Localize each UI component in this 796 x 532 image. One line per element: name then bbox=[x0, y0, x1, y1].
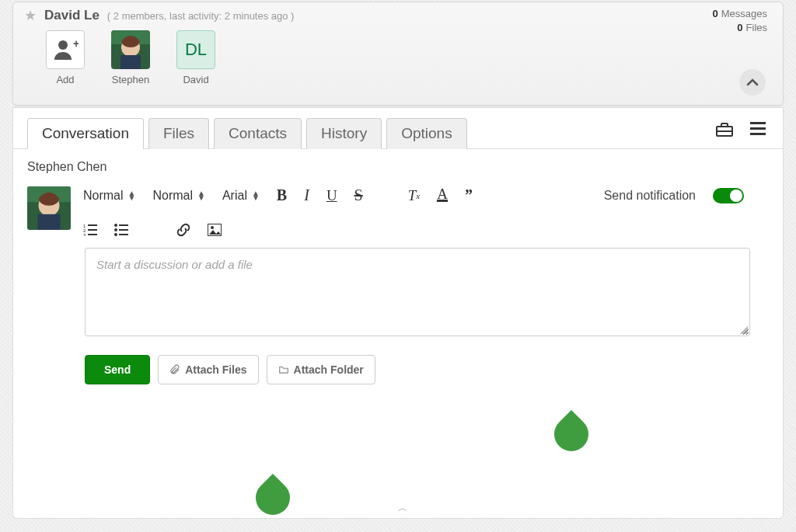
svg-rect-21 bbox=[88, 234, 97, 235]
conversation-meta: ( 2 members, last activity: 2 minutes ag… bbox=[107, 10, 295, 22]
svg-point-0 bbox=[58, 40, 68, 50]
blockquote-button[interactable]: ” bbox=[465, 186, 473, 204]
attach-folder-label: Attach Folder bbox=[294, 363, 364, 376]
member-stephen[interactable]: Stephen bbox=[108, 30, 153, 85]
conversation-title: David Le bbox=[44, 8, 100, 23]
link-button[interactable] bbox=[176, 223, 190, 237]
collapse-button[interactable] bbox=[739, 69, 766, 96]
svg-rect-23 bbox=[119, 224, 128, 226]
svg-rect-15 bbox=[37, 214, 60, 230]
conversation-pane: Conversation Files Contacts History Opti… bbox=[12, 107, 784, 519]
unordered-list-button[interactable] bbox=[114, 224, 128, 236]
clear-format-button[interactable]: Tx bbox=[408, 187, 420, 204]
svg-point-29 bbox=[211, 226, 214, 229]
svg-text:3: 3 bbox=[83, 233, 86, 236]
tab-history[interactable]: History bbox=[306, 118, 382, 149]
chevron-up-icon bbox=[746, 76, 759, 89]
send-button[interactable]: Send bbox=[85, 355, 150, 384]
tab-options[interactable]: Options bbox=[386, 118, 466, 149]
member-david[interactable]: DL David bbox=[173, 30, 218, 85]
editor-toolbar: Normal▲▼ Normal▲▼ Arial▲▼ B I U S Tx A ”… bbox=[83, 186, 744, 237]
composer-author: Stephen Chen bbox=[27, 160, 783, 174]
files-count: 0 bbox=[737, 22, 742, 33]
send-notification-label: Send notification bbox=[604, 189, 696, 203]
menu-icon[interactable] bbox=[750, 122, 766, 141]
composer-avatar bbox=[27, 186, 71, 230]
heading-select[interactable]: Normal▲▼ bbox=[152, 189, 204, 203]
svg-rect-11 bbox=[750, 133, 766, 135]
svg-point-26 bbox=[114, 233, 117, 236]
send-notification-toggle[interactable] bbox=[713, 188, 744, 203]
font-size-select[interactable]: Normal▲▼ bbox=[83, 189, 135, 203]
expand-caret-icon[interactable]: ︿ bbox=[398, 502, 407, 515]
paperclip-icon bbox=[169, 364, 180, 375]
text-color-button[interactable]: A bbox=[437, 189, 448, 202]
svg-rect-5 bbox=[120, 55, 141, 69]
svg-point-24 bbox=[114, 228, 117, 231]
svg-rect-10 bbox=[750, 127, 766, 130]
conversation-stats: 0Messages 0Files bbox=[713, 7, 767, 35]
add-person-icon: + bbox=[52, 37, 79, 63]
svg-rect-9 bbox=[750, 122, 766, 124]
svg-rect-27 bbox=[119, 234, 128, 235]
star-icon[interactable]: ★ bbox=[24, 7, 37, 24]
svg-text:+: + bbox=[73, 37, 79, 50]
folder-icon bbox=[278, 364, 289, 375]
strike-button[interactable]: S bbox=[354, 186, 363, 204]
cursor-indicator bbox=[547, 410, 595, 458]
messages-label: Messages bbox=[721, 8, 767, 19]
underline-button[interactable]: U bbox=[326, 187, 337, 204]
svg-rect-25 bbox=[119, 229, 128, 231]
attach-files-label: Attach Files bbox=[185, 363, 246, 376]
svg-rect-19 bbox=[88, 229, 97, 231]
svg-rect-7 bbox=[721, 123, 728, 127]
files-label: Files bbox=[746, 22, 767, 33]
attach-folder-button[interactable]: Attach Folder bbox=[267, 355, 375, 384]
tab-conversation[interactable]: Conversation bbox=[27, 118, 144, 149]
font-family-select[interactable]: Arial▲▼ bbox=[222, 189, 260, 203]
svg-rect-17 bbox=[88, 224, 97, 226]
tab-files[interactable]: Files bbox=[148, 118, 209, 149]
member-name: Stephen bbox=[112, 74, 149, 85]
ordered-list-button[interactable]: 123 bbox=[83, 224, 97, 236]
italic-button[interactable]: I bbox=[304, 186, 309, 204]
avatar-initials: DL bbox=[176, 30, 215, 69]
tab-contacts[interactable]: Contacts bbox=[214, 118, 302, 149]
add-member-button[interactable]: + Add bbox=[43, 30, 88, 85]
svg-point-22 bbox=[114, 224, 117, 227]
message-editor[interactable]: Start a discussion or add a file bbox=[85, 248, 750, 336]
attach-files-button[interactable]: Attach Files bbox=[158, 355, 258, 384]
conversation-header: ★ David Le ( 2 members, last activity: 2… bbox=[12, 2, 784, 106]
cursor-indicator bbox=[249, 474, 297, 522]
briefcase-icon[interactable] bbox=[716, 122, 733, 141]
avatar bbox=[111, 30, 150, 69]
bold-button[interactable]: B bbox=[277, 186, 287, 204]
member-name: David bbox=[183, 74, 208, 85]
svg-rect-8 bbox=[717, 130, 732, 132]
tabs: Conversation Files Contacts History Opti… bbox=[13, 108, 783, 149]
add-member-label: Add bbox=[56, 74, 74, 85]
image-button[interactable] bbox=[208, 224, 222, 236]
messages-count: 0 bbox=[713, 8, 718, 19]
